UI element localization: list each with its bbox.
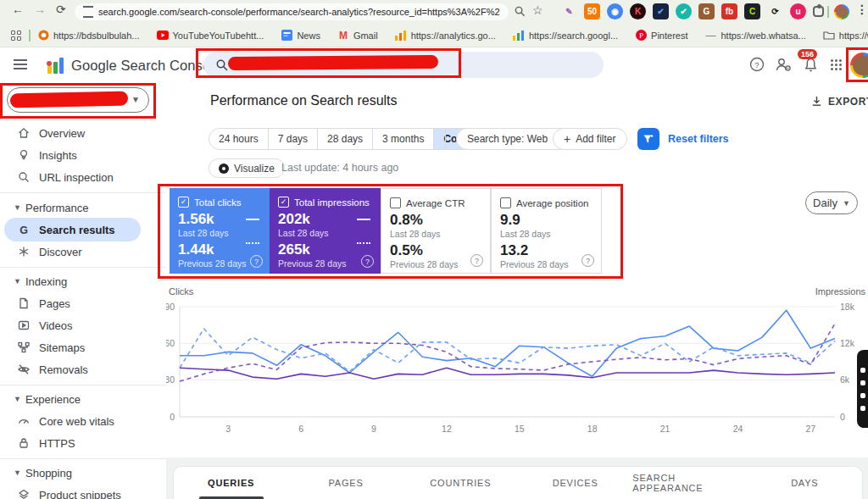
sidebar-section-shopping[interactable]: ▼Shopping bbox=[0, 463, 166, 482]
metric-card-total-clicks[interactable]: ✓Total clicks1.56kLast 28 days1.44kPrevi… bbox=[170, 188, 270, 274]
unchecked-checkbox[interactable] bbox=[500, 197, 511, 208]
interval-dropdown[interactable]: Daily ▼ bbox=[805, 191, 858, 214]
bookmark-https-bdsbulbulah-0[interactable]: https://bdsbulbulah... bbox=[37, 30, 140, 42]
sidebar-item-sitemaps[interactable]: Sitemaps bbox=[0, 337, 166, 358]
sidebar-item-label: URL inspection bbox=[39, 171, 114, 184]
performance-chart[interactable]: 00306k6012k9018kClicksImpressions3691215… bbox=[166, 285, 868, 446]
sidebar-section-performance[interactable]: ▼Performance bbox=[0, 198, 166, 217]
gsc-search-bar[interactable] bbox=[203, 52, 604, 78]
tab-countries[interactable]: COUNTRIES bbox=[403, 467, 518, 499]
date-chip-3-months[interactable]: 3 months bbox=[372, 129, 433, 149]
refresh-icon[interactable]: ⟳ bbox=[56, 3, 66, 16]
colorzilla-icon[interactable]: C bbox=[744, 3, 760, 19]
extensions-puzzle-icon[interactable] bbox=[813, 6, 824, 17]
sidebar-item-url-inspection[interactable]: URL inspection bbox=[0, 167, 166, 187]
bookmark-youtubeyoutubehtt-1[interactable]: YouTubeYouTubehtt... bbox=[157, 30, 264, 42]
sidebar-section-indexing[interactable]: ▼Indexing bbox=[0, 272, 166, 291]
bookmark-https-web-whatsa-7[interactable]: —https://web.whatsa... bbox=[705, 30, 806, 42]
date-chip-28-days[interactable]: 28 days bbox=[317, 129, 372, 149]
analytics-icon bbox=[395, 30, 407, 42]
user-settings-icon[interactable] bbox=[775, 57, 792, 72]
property-selector[interactable]: ▼ bbox=[7, 87, 149, 113]
bookmark-pinterest-6[interactable]: PPinterest bbox=[635, 30, 687, 42]
svg-text:Clicks: Clicks bbox=[169, 286, 194, 297]
metric-label: Average position bbox=[516, 198, 588, 208]
export-button[interactable]: EXPORT bbox=[810, 95, 868, 108]
reset-filters-link[interactable]: Reset filters bbox=[668, 133, 729, 145]
tab-queries[interactable]: QUERIES bbox=[174, 467, 288, 499]
bookmark-label: https://web.whatsa... bbox=[721, 30, 806, 41]
kobo-k-icon[interactable]: K bbox=[630, 3, 646, 19]
tab-devices[interactable]: DEVICES bbox=[518, 467, 632, 499]
chevron-down-icon: ▼ bbox=[14, 203, 21, 212]
sidebar-item-core-web-vitals[interactable]: Core web vitals bbox=[0, 411, 166, 431]
bookmark-https-web-whatsa-8[interactable]: https://web.whatsa... bbox=[823, 30, 868, 42]
bookmarks-row: https://bdsbulbulah...YouTubeYouTubehtt.… bbox=[37, 24, 868, 47]
url-text[interactable]: search.google.com/search-console/perform… bbox=[98, 7, 500, 17]
unchecked-checkbox[interactable] bbox=[390, 197, 401, 208]
checked-checkbox[interactable]: ✓ bbox=[278, 197, 289, 208]
check-teal-icon[interactable]: ✔ bbox=[676, 3, 692, 19]
back-icon[interactable]: ← bbox=[12, 3, 24, 16]
tab-days[interactable]: DAYS bbox=[748, 467, 862, 499]
sidebar-divider bbox=[0, 458, 166, 459]
search-icon[interactable] bbox=[514, 5, 526, 18]
browser-profile-avatar[interactable] bbox=[834, 4, 849, 19]
date-chip-7-days[interactable]: 7 days bbox=[268, 129, 317, 149]
bookmark-apps-icon[interactable] bbox=[11, 30, 21, 41]
dotted-line-icon bbox=[246, 242, 259, 244]
address-bar[interactable]: search.google.com/search-console/perform… bbox=[75, 3, 509, 20]
card-help-icon[interactable]: ? bbox=[361, 255, 374, 268]
bookmark-news-2[interactable]: News bbox=[281, 30, 320, 42]
bookmark-https-analytics-go-4[interactable]: https://analytics.go... bbox=[395, 30, 496, 42]
metric-card-total-impressions[interactable]: ✓Total impressions202kLast 28 days265kPr… bbox=[270, 188, 381, 274]
camera-icon[interactable]: ◉ bbox=[607, 3, 623, 19]
sidebar-item-https[interactable]: HTTPS bbox=[0, 433, 166, 453]
sidebar-item-product-snippets[interactable]: Product snippets bbox=[0, 485, 166, 499]
svg-text:90: 90 bbox=[166, 302, 175, 312]
bookmark-label: https://web.whatsa... bbox=[839, 30, 868, 41]
menu-hamburger-icon[interactable] bbox=[14, 59, 27, 69]
browser-menu-icon[interactable]: ⋮ bbox=[856, 3, 868, 16]
date-chip-24-hours[interactable]: 24 hours bbox=[209, 129, 268, 149]
goodreads-icon[interactable]: G bbox=[698, 3, 715, 19]
help-icon[interactable]: ? bbox=[749, 57, 765, 72]
sidebar-item-pages[interactable]: Pages bbox=[0, 293, 166, 313]
card-help-icon[interactable]: ? bbox=[470, 254, 483, 267]
sidebar-item-search-results[interactable]: GSearch results bbox=[0, 219, 166, 240]
metric-card-average-position[interactable]: Average position9.9Last 28 days13.2Previ… bbox=[491, 188, 602, 274]
meta-business-icon[interactable]: fb bbox=[721, 3, 737, 19]
ublock-icon[interactable]: u bbox=[790, 3, 806, 19]
visualize-button[interactable]: Visualize bbox=[209, 158, 285, 178]
filter-funnel-button[interactable] bbox=[637, 128, 659, 150]
feather-icon[interactable]: ✎ bbox=[561, 3, 577, 19]
notifications-bell-icon[interactable] bbox=[804, 58, 818, 73]
site-settings-icon[interactable] bbox=[83, 6, 93, 18]
google-apps-grid-icon[interactable] bbox=[830, 58, 843, 71]
card-help-icon[interactable]: ? bbox=[581, 254, 594, 267]
bookmark-star-icon[interactable]: ☆ bbox=[532, 3, 543, 17]
bookmark-gmail-3[interactable]: MGmail bbox=[337, 30, 378, 42]
sidebar-item-insights[interactable]: Insights bbox=[0, 145, 166, 165]
tab-pages[interactable]: PAGES bbox=[288, 467, 403, 499]
session-refresh-icon[interactable]: ⟳ bbox=[767, 3, 783, 19]
fifty-icon[interactable]: 50 bbox=[584, 3, 600, 19]
sidebar-item-overview[interactable]: Overview bbox=[0, 123, 166, 143]
sidebar-item-videos[interactable]: Videos bbox=[0, 315, 166, 335]
search-console-logo bbox=[44, 54, 68, 78]
chevron-down-icon: ▼ bbox=[14, 469, 21, 477]
bookmark-https-search-googl-5[interactable]: https://search.googl... bbox=[513, 30, 618, 42]
card-help-icon[interactable]: ? bbox=[250, 255, 263, 268]
sidebar-item-removals[interactable]: Removals bbox=[0, 359, 166, 380]
add-filter-chip[interactable]: + Add filter bbox=[553, 128, 627, 150]
metric-card-average-ctr[interactable]: Average CTR0.8%Last 28 days0.5%Previous … bbox=[381, 188, 491, 274]
floating-widget[interactable] bbox=[857, 350, 868, 428]
tab-search-appearance[interactable]: SEARCH APPEARANCE bbox=[632, 467, 747, 499]
sidebar-item-discover[interactable]: Discover bbox=[0, 241, 166, 262]
svg-text:24: 24 bbox=[733, 424, 743, 434]
forward-icon[interactable]: → bbox=[34, 3, 46, 16]
svg-text:60: 60 bbox=[166, 338, 175, 348]
check-navy-icon[interactable]: ✔ bbox=[653, 3, 669, 19]
sidebar-section-experience[interactable]: ▼Experience bbox=[0, 390, 166, 408]
checked-checkbox[interactable]: ✓ bbox=[178, 197, 189, 208]
